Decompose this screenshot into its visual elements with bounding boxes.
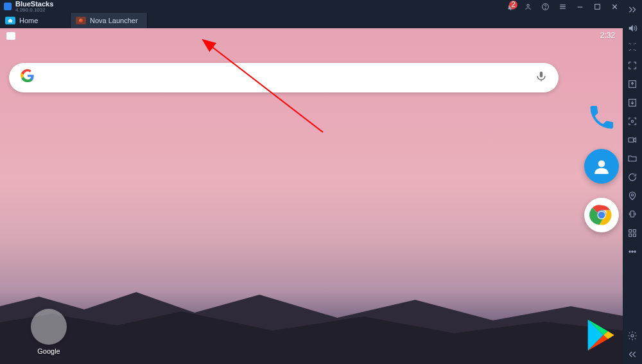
chrome-app[interactable] xyxy=(584,198,619,232)
account-button[interactable] xyxy=(524,3,532,11)
volume-button[interactable] xyxy=(627,22,638,34)
notifications-button[interactable]: 2 xyxy=(507,3,515,11)
nova-launcher-icon xyxy=(76,17,86,24)
svg-point-20 xyxy=(632,251,633,252)
rotate-button[interactable] xyxy=(627,171,638,183)
location-button[interactable] xyxy=(627,190,638,202)
back-button[interactable] xyxy=(627,349,638,360)
tab-home[interactable]: Home xyxy=(0,13,71,28)
tab-bar: Home Nova Launcher xyxy=(0,13,623,28)
voice-search-icon[interactable] xyxy=(535,69,547,86)
svg-point-4 xyxy=(598,160,605,168)
svg-point-0 xyxy=(527,4,529,6)
status-bar-app-icon xyxy=(6,32,15,40)
google-search-bar[interactable] xyxy=(9,63,559,92)
fullscreen-button[interactable] xyxy=(627,60,638,71)
collapse-sidebar-button[interactable] xyxy=(627,4,638,15)
svg-point-22 xyxy=(631,334,634,337)
media-folder-button[interactable] xyxy=(627,153,638,164)
menu-button[interactable] xyxy=(559,3,567,11)
svg-rect-16 xyxy=(633,230,636,232)
phone-app[interactable] xyxy=(584,100,619,135)
wallpaper-mountains xyxy=(0,261,623,364)
tab-label: Home xyxy=(19,17,38,24)
tab-label: Nova Launcher xyxy=(90,17,138,24)
svg-rect-17 xyxy=(629,234,632,236)
record-button[interactable] xyxy=(627,134,638,146)
android-viewport[interactable]: 2:32 xyxy=(0,28,623,364)
svg-rect-3 xyxy=(595,4,600,9)
keymap-button[interactable] xyxy=(627,227,638,239)
folder-icon xyxy=(31,309,67,345)
right-toolbar xyxy=(623,0,642,364)
svg-point-2 xyxy=(545,8,546,8)
google-g-icon xyxy=(21,69,35,87)
svg-rect-15 xyxy=(629,230,632,232)
crop-button[interactable] xyxy=(627,41,638,53)
settings-button[interactable] xyxy=(627,330,638,342)
more-button[interactable] xyxy=(627,246,638,257)
svg-rect-18 xyxy=(633,234,636,236)
home-icon xyxy=(5,17,15,24)
svg-point-19 xyxy=(629,251,630,252)
version-label: 4.260.0.1032 xyxy=(15,7,53,13)
import-button[interactable] xyxy=(627,97,638,108)
maximize-button[interactable] xyxy=(593,3,602,11)
scan-button[interactable] xyxy=(627,116,638,127)
notification-badge: 2 xyxy=(509,1,517,9)
minimize-button[interactable] xyxy=(576,3,584,11)
svg-point-11 xyxy=(631,120,633,122)
folder-label: Google xyxy=(37,347,60,355)
tab-nova-launcher[interactable]: Nova Launcher xyxy=(71,13,148,28)
contacts-app[interactable] xyxy=(584,149,619,184)
close-button[interactable] xyxy=(611,3,619,11)
google-folder[interactable]: Google xyxy=(31,309,67,355)
svg-rect-14 xyxy=(630,211,634,217)
status-bar-time: 2:32 xyxy=(600,31,615,40)
play-store-app[interactable] xyxy=(582,316,619,356)
app-dock xyxy=(584,100,619,232)
shake-button[interactable] xyxy=(627,209,638,220)
svg-point-21 xyxy=(634,251,636,252)
help-button[interactable] xyxy=(541,3,550,11)
bluestacks-logo-icon xyxy=(4,3,12,10)
svg-point-13 xyxy=(631,194,633,196)
svg-rect-12 xyxy=(629,138,634,143)
export-button[interactable] xyxy=(627,78,638,90)
window-titlebar: BlueStacks 4.260.0.1032 2 xyxy=(0,0,623,13)
